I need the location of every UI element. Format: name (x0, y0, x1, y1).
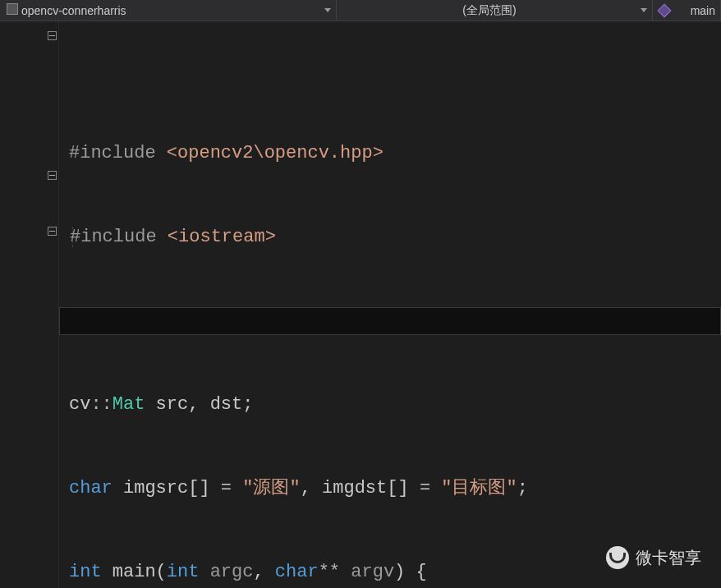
project-dropdown[interactable]: opencv-connerharris (0, 0, 337, 21)
code-editor[interactable]: #include <opencv2\opencv.hpp> #include <… (0, 21, 721, 588)
symbol-dropdown[interactable]: main (653, 0, 721, 21)
watermark: 微卡智享 (606, 544, 701, 572)
scope-dropdown[interactable]: (全局范围) (337, 0, 653, 21)
fold-toggle[interactable] (48, 227, 57, 236)
symbol-label: main (691, 4, 715, 17)
project-name: opencv-connerharris (21, 4, 126, 17)
scope-label: (全局范围) (343, 3, 636, 18)
fold-toggle[interactable] (48, 31, 57, 40)
project-icon (7, 3, 18, 15)
editor-gutter (0, 21, 59, 588)
code-area[interactable]: #include <opencv2\opencv.hpp> #include <… (59, 21, 721, 588)
code-line: cv::Mat src, dst; (69, 391, 721, 419)
code-line: #include <iostream> (69, 223, 721, 251)
watermark-text: 微卡智享 (636, 544, 701, 572)
function-icon (658, 3, 672, 17)
fold-toggle[interactable] (48, 171, 57, 180)
navigation-bar: opencv-connerharris (全局范围) main (0, 0, 721, 21)
chevron-down-icon (641, 8, 647, 12)
wechat-icon (606, 546, 629, 569)
code-line (69, 307, 721, 335)
chevron-down-icon (324, 8, 331, 12)
code-line: char imgsrc[] = "源图", imgdst[] = "目标图"; (69, 475, 721, 503)
code-line: #include <opencv2\opencv.hpp> (69, 140, 721, 168)
